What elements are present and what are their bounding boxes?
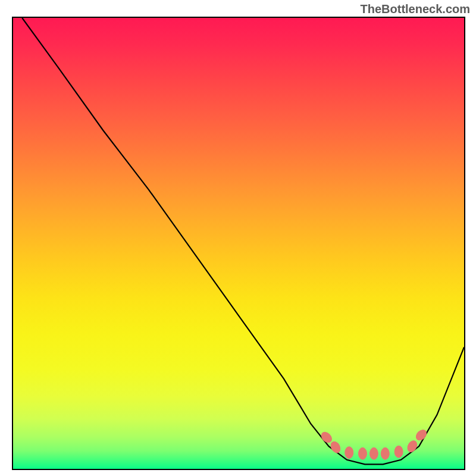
curve-marker [358, 447, 367, 459]
curve-marker [414, 428, 428, 442]
curve-marker [369, 447, 378, 459]
bottleneck-curve-line [22, 18, 464, 464]
curve-marker [406, 439, 419, 453]
curve-marker [320, 430, 334, 444]
curve-marker [381, 447, 389, 459]
curve-marker [394, 446, 403, 458]
marker-group [320, 428, 428, 459]
watermark-text: TheBottleneck.com [361, 2, 470, 16]
curve-svg [13, 18, 464, 469]
curve-marker [329, 440, 342, 454]
chart-plot-area [12, 17, 465, 470]
curve-marker [345, 447, 353, 459]
